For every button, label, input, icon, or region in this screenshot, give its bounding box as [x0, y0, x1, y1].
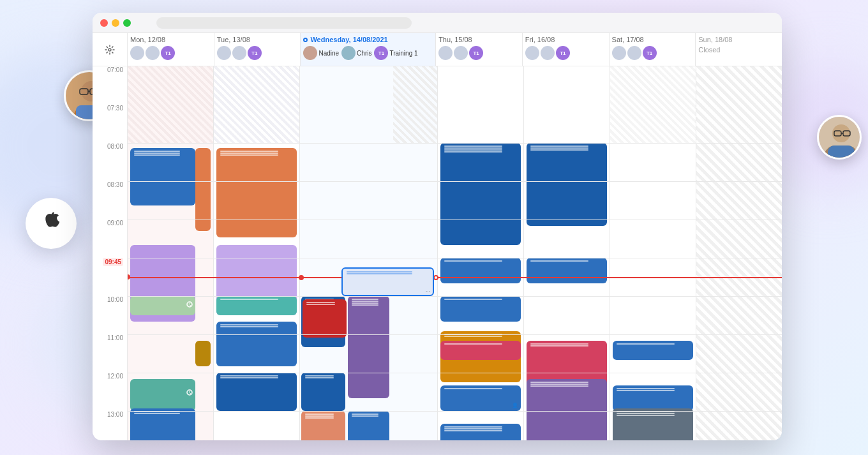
staff-avatar — [541, 46, 555, 60]
staff-avatar-chris — [341, 46, 355, 60]
event-tue-1[interactable] — [216, 148, 297, 237]
day-label-wed: Wednesday, 14/08/2021 — [303, 36, 433, 43]
day-column-tue — [214, 66, 300, 440]
staff-avatar-t1: T1 — [248, 46, 262, 60]
traffic-lights — [100, 19, 131, 27]
calendar-container: Mon, 12/08 T1 Tue, 13/08 T1 — [93, 33, 782, 440]
event-mon-7[interactable] — [130, 408, 195, 440]
day-column-wed: ... — [300, 66, 438, 440]
event-thu-6[interactable]: 👤 — [440, 385, 521, 411]
event-sat-1[interactable] — [613, 341, 693, 360]
event-mon-1[interactable] — [130, 148, 195, 205]
training-unavailable — [393, 66, 437, 143]
staff-avatar — [454, 46, 468, 60]
day-header-sat[interactable]: Sat, 17/08 T1 — [610, 33, 696, 66]
event-mon-5[interactable] — [195, 341, 211, 366]
time-label: 10:00 — [107, 296, 123, 303]
staff-avatar-t1: T1 — [556, 46, 570, 60]
event-wed-nadine-2[interactable] — [303, 299, 347, 338]
staff-avatar — [612, 46, 626, 60]
day-column-sun — [696, 66, 782, 440]
close-button[interactable] — [100, 19, 108, 27]
day-column-sat — [610, 66, 696, 440]
day-header-tue[interactable]: Tue, 13/08 T1 — [214, 33, 301, 66]
event-mon-4[interactable] — [130, 296, 195, 315]
day-label-thu: Thu, 15/08 — [438, 36, 520, 43]
staff-avatar — [627, 46, 641, 60]
mon-unavailable — [128, 66, 213, 143]
svg-point-18 — [108, 48, 111, 51]
staff-label-nadine: Nadine — [318, 50, 339, 57]
staff-avatar-training: T1 — [374, 46, 388, 60]
day-header-thu[interactable]: Thu, 15/08 T1 — [436, 33, 523, 66]
platform-apple[interactable] — [26, 198, 77, 249]
time-label: 11:00 — [107, 334, 123, 341]
event-tue-4[interactable] — [216, 322, 297, 366]
event-thu-7[interactable] — [440, 424, 521, 440]
grid-columns: ... — [128, 66, 782, 440]
sat-unavailable — [610, 66, 696, 143]
event-sat-2[interactable] — [613, 385, 693, 411]
event-wed-chris-2[interactable] — [348, 411, 389, 440]
day-header-mon[interactable]: Mon, 12/08 T1 — [128, 33, 214, 66]
staff-avatar — [217, 46, 231, 60]
time-gutter: 07:00 07:30 08:00 08:30 09:00 09:45 10:0… — [93, 66, 128, 440]
event-tue-5[interactable] — [216, 373, 297, 411]
staff-avatar — [438, 46, 453, 60]
staff-avatar-nadine — [303, 46, 317, 60]
time-label: 08:30 — [107, 181, 123, 188]
maximize-button[interactable] — [123, 19, 131, 27]
event-thu-2[interactable] — [440, 258, 521, 283]
tue-unavailable — [214, 66, 299, 143]
event-wed-nadine-3[interactable] — [301, 373, 345, 411]
event-fri-1[interactable] — [527, 143, 607, 226]
event-thu-3[interactable] — [440, 296, 521, 322]
event-fri-6[interactable] — [527, 379, 607, 440]
day-column-thu: 👤 — [438, 66, 524, 440]
event-mon-2[interactable] — [195, 148, 211, 231]
day-label-tue: Tue, 13/08 — [217, 36, 298, 43]
time-label-current: 09:45 — [103, 258, 123, 266]
staff-avatar — [232, 46, 246, 60]
event-fri-2[interactable] — [527, 258, 607, 283]
browser-window: Mon, 12/08 T1 Tue, 13/08 T1 — [93, 13, 782, 440]
day-label-sun: Sun, 18/08 — [698, 36, 779, 43]
staff-label-training: Training 1 — [389, 50, 417, 57]
time-label: 07:00 — [107, 66, 123, 73]
time-label: 08:00 — [107, 143, 123, 150]
time-label: 12:00 — [107, 373, 123, 380]
browser-titlebar — [93, 13, 782, 33]
day-label-fri: Fri, 16/08 — [525, 36, 606, 43]
staff-avatar-t1: T1 — [469, 46, 483, 60]
event-tue-3[interactable] — [216, 296, 297, 315]
day-header-wed[interactable]: Wednesday, 14/08/2021 Nadine Chris T1 — [301, 33, 436, 66]
day-label-mon: Mon, 12/08 — [130, 36, 211, 43]
event-thu-1[interactable] — [440, 143, 521, 245]
time-label: 07:30 — [107, 105, 123, 112]
avatar-user-right — [817, 115, 862, 160]
url-bar[interactable] — [156, 17, 412, 29]
staff-avatar-t1: T1 — [161, 46, 175, 60]
closed-label: Closed — [698, 46, 779, 54]
staff-avatar — [525, 46, 539, 60]
event-thu-5[interactable] — [440, 341, 521, 360]
event-wed-chris-1[interactable] — [348, 296, 389, 398]
event-sat-3[interactable] — [613, 408, 693, 440]
staff-avatar-t1: T1 — [643, 46, 657, 60]
event-mon-6[interactable] — [130, 379, 195, 411]
staff-avatar — [130, 46, 144, 60]
time-label: 13:00 — [107, 411, 123, 418]
staff-label-chris: Chris — [357, 50, 371, 57]
day-label-sat: Sat, 17/08 — [612, 36, 693, 43]
day-header-fri[interactable]: Fri, 16/08 T1 — [523, 33, 610, 66]
staff-avatar — [146, 46, 160, 60]
minimize-button[interactable] — [112, 19, 119, 27]
event-wed-selected[interactable]: ... — [341, 267, 434, 296]
time-label: 09:00 — [107, 220, 123, 227]
day-column-mon — [128, 66, 214, 440]
event-wed-nadine-4[interactable] — [301, 411, 345, 440]
day-header-sun: Sun, 18/08 Closed — [696, 33, 782, 66]
day-column-fri — [524, 66, 610, 440]
settings-col[interactable] — [93, 33, 128, 66]
